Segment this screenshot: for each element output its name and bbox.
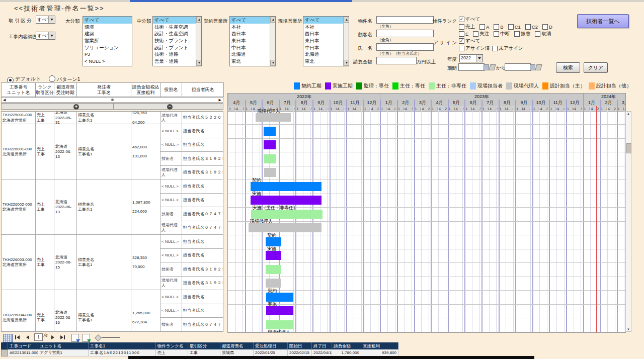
list-item[interactable]: 技術・道路 xyxy=(153,51,196,58)
list-item[interactable]: 技術・生産空調 xyxy=(153,24,196,31)
checkbox-E[interactable]: E xyxy=(459,31,468,37)
checkbox-C1[interactable]: C1 xyxy=(508,24,521,30)
checkbox-取消[interactable]: 取消 xyxy=(535,31,551,37)
checkbox-icon[interactable] xyxy=(535,31,540,37)
checkbox-icon[interactable] xyxy=(459,31,464,37)
list-item[interactable]: 北海道 xyxy=(303,51,344,58)
list-item[interactable]: 北陸 xyxy=(303,65,344,66)
survey-dropdown[interactable]: すべて xyxy=(36,32,55,40)
engineer-list-button[interactable]: 技術者一覧へ xyxy=(577,14,629,28)
grid-header-cell[interactable]: 発注者工事名 xyxy=(76,82,131,97)
list-item[interactable]: 営業所 xyxy=(83,37,132,44)
gantt-bar[interactable] xyxy=(251,196,321,205)
scroll-up-icon[interactable]: ▲ xyxy=(626,112,631,115)
period-from-input[interactable] xyxy=(458,63,485,71)
result-header-cell[interactable]: 直接粗利 xyxy=(361,342,398,349)
checkbox-売上[interactable]: 売上 xyxy=(459,24,475,30)
checkbox-icon[interactable] xyxy=(508,24,514,30)
expand-plus-button[interactable]: + xyxy=(73,104,79,110)
clear-button[interactable]: クリア xyxy=(584,62,608,73)
list-item[interactable]: 本社 xyxy=(303,24,344,31)
result-header-cell[interactable]: ユニット名 xyxy=(38,342,89,349)
list-item[interactable]: 中日本 xyxy=(303,44,344,51)
row-selector[interactable] xyxy=(1,349,8,356)
last-page-button[interactable] xyxy=(60,335,65,339)
gantt-bar[interactable] xyxy=(264,127,276,136)
checkbox-A[interactable]: A xyxy=(479,24,489,30)
rank-all-checkbox[interactable]: すべて xyxy=(459,16,480,23)
fiscal-year-dropdown[interactable]: 2022 xyxy=(459,54,483,62)
grid-header-cell[interactable]: 工事番号ユニット名 xyxy=(1,82,36,97)
list-item[interactable]: ソリューション xyxy=(83,44,132,51)
list-item[interactable]: 北陸 xyxy=(230,65,270,66)
scroll-right-icon[interactable]: ▶ xyxy=(219,98,221,102)
listbox-scrollbar[interactable] xyxy=(196,17,201,66)
checkbox-icon[interactable] xyxy=(459,24,464,30)
list-item[interactable]: 環境 xyxy=(83,24,132,31)
calendar-icon[interactable] xyxy=(484,64,489,70)
scroll-down-icon[interactable] xyxy=(196,60,202,66)
person-name-input[interactable] xyxy=(376,43,434,51)
gantt-vertical-scrollbar[interactable]: ▲ ▼ xyxy=(625,111,631,332)
result-header-cell[interactable]: 取引区分 xyxy=(188,342,220,349)
gantt-bar[interactable] xyxy=(264,168,276,177)
list-item[interactable]: PJ xyxy=(83,51,132,58)
transaction-type-dropdown[interactable]: すべて xyxy=(36,16,55,24)
period-to-input[interactable] xyxy=(505,63,531,71)
pattern-1-radio[interactable]: パターン1 xyxy=(49,75,80,83)
checkbox-icon[interactable] xyxy=(494,24,499,30)
result-header-cell[interactable]: 工事名1 xyxy=(89,342,156,349)
scrollbar-thumb[interactable] xyxy=(626,143,631,153)
list-item[interactable]: 建築 xyxy=(83,30,132,37)
list-item[interactable]: 中日本 xyxy=(230,44,270,51)
major-category-listbox[interactable]: すべて環境建築営業所ソリューションPJ< NULL > xyxy=(83,16,132,66)
grid-header-cell[interactable]: 役割名 xyxy=(160,82,182,97)
dropdown-arrow-icon[interactable] xyxy=(476,55,482,62)
result-header-cell[interactable]: 終了日 xyxy=(312,342,332,349)
assign-all-checkbox[interactable]: すべて xyxy=(459,38,480,44)
checkbox-未アサイン[interactable]: 未アサイン xyxy=(492,45,523,52)
checkbox-icon[interactable] xyxy=(473,31,478,37)
prev-page-button[interactable] xyxy=(26,335,29,339)
grid-header-cell[interactable]: 都道府県受注時期 xyxy=(54,82,77,97)
list-item[interactable]: すべて xyxy=(153,17,196,24)
result-header-cell[interactable]: 受注処理日 xyxy=(254,342,288,349)
list-item[interactable]: すべて xyxy=(303,17,344,24)
middle-category-listbox[interactable]: すべて技術・生産空調設計・生産空調技術・プラント設計・プラント技術・道路営業・道… xyxy=(152,16,202,66)
checkbox-icon[interactable] xyxy=(525,24,531,30)
scroll-down-icon[interactable] xyxy=(344,60,349,66)
scrollbar-thumb[interactable] xyxy=(111,99,114,101)
radio-icon[interactable] xyxy=(49,75,55,82)
result-header-cell[interactable]: 開始日 xyxy=(288,342,312,349)
eraser-icon[interactable] xyxy=(535,64,542,70)
grid-header-cell[interactable]: ランク取引区分 xyxy=(35,82,54,97)
checkbox-icon[interactable] xyxy=(479,24,485,30)
eraser-icon[interactable] xyxy=(489,64,496,70)
bottom-scrollbar[interactable] xyxy=(128,356,534,359)
checkbox-icon[interactable] xyxy=(492,46,498,51)
list-item[interactable]: 東北 xyxy=(230,58,270,65)
search-button[interactable]: 検索 xyxy=(556,62,580,73)
list-item[interactable]: 技術・道路 xyxy=(153,65,196,66)
splitter-handle-icon[interactable] xyxy=(95,334,102,341)
list-item[interactable]: 西日本 xyxy=(230,30,270,37)
gantt-bar[interactable] xyxy=(266,320,293,329)
gantt-bar[interactable] xyxy=(251,182,321,191)
list-item[interactable]: 設計・生産空調 xyxy=(153,30,196,37)
grid-header-cell[interactable]: 請負金額税込直接粗利 xyxy=(131,82,160,97)
checkbox-icon[interactable] xyxy=(459,46,464,51)
scroll-up-icon[interactable] xyxy=(344,17,349,23)
checkbox-icon[interactable] xyxy=(542,24,548,30)
list-item[interactable]: 東日本 xyxy=(230,37,270,44)
list-item[interactable]: 技術・プラント xyxy=(153,37,196,44)
result-header-cell[interactable]: 工事コード xyxy=(8,342,38,349)
checkbox-icon[interactable] xyxy=(494,31,499,37)
checkbox-checked-icon[interactable] xyxy=(459,17,464,22)
list-item[interactable]: 営業・道路 xyxy=(153,58,196,65)
contract-office-listbox[interactable]: すべて本社西日本東日本中日本北海道東北北陸 xyxy=(229,16,276,66)
checkbox-C2[interactable]: C2 xyxy=(525,24,538,30)
contract-amount-input[interactable] xyxy=(376,57,417,64)
list-item[interactable]: 東日本 xyxy=(303,37,344,44)
checkbox-振替[interactable]: 振替 xyxy=(514,31,530,37)
result-header-cell[interactable]: 請負金額 xyxy=(332,342,361,349)
